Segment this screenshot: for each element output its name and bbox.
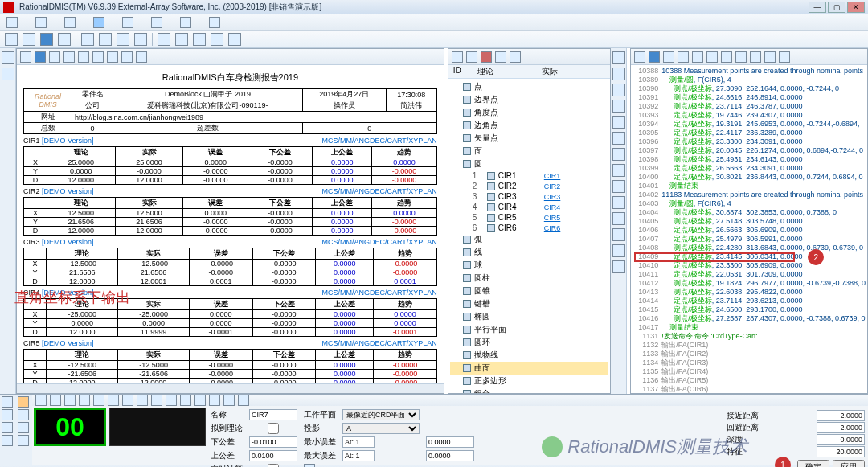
tree-node-cir[interactable]: 3CIR3CIR3 [450, 191, 608, 202]
menu-icon-2[interactable] [35, 17, 47, 28]
btab2-4[interactable] [18, 435, 29, 446]
rsidetab-11[interactable] [612, 212, 625, 225]
rsidetab-3[interactable] [612, 84, 625, 96]
report-ic6[interactable] [92, 51, 104, 63]
btab2-3[interactable] [18, 422, 29, 433]
code-ic1[interactable] [634, 51, 645, 63]
bt-ic11[interactable] [180, 395, 191, 406]
tool-icon-4[interactable] [211, 33, 223, 46]
btab2-2[interactable] [18, 409, 29, 420]
tree-node-cir[interactable]: 2CIR2CIR2 [450, 181, 608, 191]
code-ic5[interactable] [692, 51, 703, 63]
report-hscroll[interactable] [17, 383, 444, 393]
tree-node[interactable]: 点 [450, 80, 608, 93]
code-ic7[interactable] [721, 51, 732, 63]
tree-ic3[interactable] [481, 51, 492, 63]
code-body[interactable]: 1038810388 Measurement points are create… [631, 65, 867, 393]
rsidetab-2[interactable] [612, 68, 625, 80]
new-icon[interactable] [5, 33, 18, 46]
rsidetab-13[interactable] [612, 244, 625, 257]
maximize-button[interactable]: ▢ [828, 2, 845, 13]
bt-ic10[interactable] [166, 395, 177, 406]
tree-node-cir[interactable]: 1CIR1CIR1 [450, 170, 608, 181]
bt-ic3[interactable] [64, 395, 76, 406]
ret-input[interactable] [817, 422, 865, 433]
min-val[interactable] [426, 436, 474, 448]
save-icon[interactable] [40, 33, 53, 46]
report-ic5[interactable] [78, 51, 89, 63]
menu-icon-1[interactable] [6, 17, 18, 28]
report-save-icon[interactable] [35, 51, 46, 63]
tree-node-cir[interactable]: 5CIR5CIR5 [450, 212, 608, 223]
redo-icon[interactable] [134, 33, 147, 46]
tool-icon-3[interactable] [193, 33, 206, 46]
sidetab-icon-2[interactable] [2, 68, 14, 80]
tree-node-cir[interactable]: 4CIR4CIR4 [450, 202, 608, 212]
report-ic8[interactable] [121, 51, 133, 63]
bt-ic1[interactable] [35, 395, 47, 406]
report-ic7[interactable] [107, 51, 118, 63]
tree-ic5[interactable] [510, 51, 521, 63]
tree-node[interactable]: 角度点 [450, 106, 608, 119]
proj-select[interactable]: A [342, 423, 420, 434]
tree-node[interactable]: 键槽 [450, 297, 608, 310]
tool-icon-2[interactable] [175, 33, 188, 46]
menu-icon-7[interactable] [180, 17, 191, 28]
tree-node-cir[interactable]: 6CIR6CIR6 [450, 223, 608, 233]
tool-icon-1[interactable] [158, 33, 170, 46]
code-ic3[interactable] [663, 51, 674, 63]
code-ic8[interactable] [735, 51, 747, 63]
menu-icon-3[interactable] [64, 17, 76, 28]
tree-ic2[interactable] [466, 51, 477, 63]
bt-ic4[interactable] [79, 395, 90, 406]
bt-ic2[interactable] [50, 395, 61, 406]
rsidetab-14[interactable] [612, 260, 625, 273]
feat-input[interactable] [817, 446, 865, 457]
tree-node[interactable]: 组合 [450, 387, 608, 393]
bt-ic9[interactable] [151, 395, 162, 406]
rsidetab-7[interactable] [612, 148, 625, 161]
tree-node[interactable]: 圆 [450, 158, 608, 170]
appr-input[interactable] [817, 410, 865, 421]
rt-icon[interactable] [304, 464, 315, 467]
copy-icon[interactable] [81, 33, 94, 46]
tree-node[interactable]: 矢量点 [450, 132, 608, 145]
confirm-button[interactable]: 确定 [797, 460, 829, 467]
rsidetab-8[interactable] [612, 164, 625, 177]
code-ic9[interactable] [750, 51, 761, 63]
tree-ic4[interactable] [495, 51, 506, 63]
bt-ic6[interactable] [108, 395, 119, 406]
paste-icon[interactable] [99, 33, 112, 46]
open-icon[interactable] [23, 33, 35, 46]
menu-icon-6[interactable] [151, 17, 162, 28]
wp-select[interactable]: 最像近的CRD平面 [342, 409, 420, 420]
tree-node[interactable]: 曲面 [450, 362, 608, 375]
tree-node[interactable]: 线 [450, 246, 608, 259]
name-input[interactable] [249, 409, 297, 420]
rsidetab-5[interactable] [612, 116, 625, 129]
btab2-1[interactable] [18, 396, 29, 408]
tree-node[interactable]: 抛物线 [450, 349, 608, 362]
btab-1[interactable] [2, 396, 13, 408]
close-button[interactable]: ✕ [847, 2, 865, 13]
rsidetab-9[interactable] [612, 180, 625, 193]
code-ic11[interactable] [779, 51, 790, 63]
bt-ic14[interactable] [223, 395, 235, 406]
report-export-icon[interactable] [63, 51, 75, 63]
code-ic10[interactable] [764, 51, 776, 63]
dep-input[interactable] [817, 434, 865, 445]
utol-input[interactable] [249, 450, 297, 461]
menu-icon-8[interactable] [209, 17, 220, 28]
menu-icon-5[interactable] [122, 17, 133, 28]
rt-check[interactable] [249, 464, 297, 467]
report-new-icon[interactable] [20, 51, 31, 63]
bt-ic5[interactable] [93, 395, 104, 406]
btab-3[interactable] [2, 422, 13, 433]
btab-4[interactable] [2, 435, 13, 446]
ltol-input[interactable] [249, 436, 297, 448]
tree-node[interactable]: 正多边形 [450, 375, 608, 387]
undo-icon[interactable] [117, 33, 129, 46]
tree-node[interactable]: 椭圆 [450, 310, 608, 323]
tree-node[interactable]: 边角点 [450, 119, 608, 132]
report-ic9[interactable] [136, 51, 147, 63]
